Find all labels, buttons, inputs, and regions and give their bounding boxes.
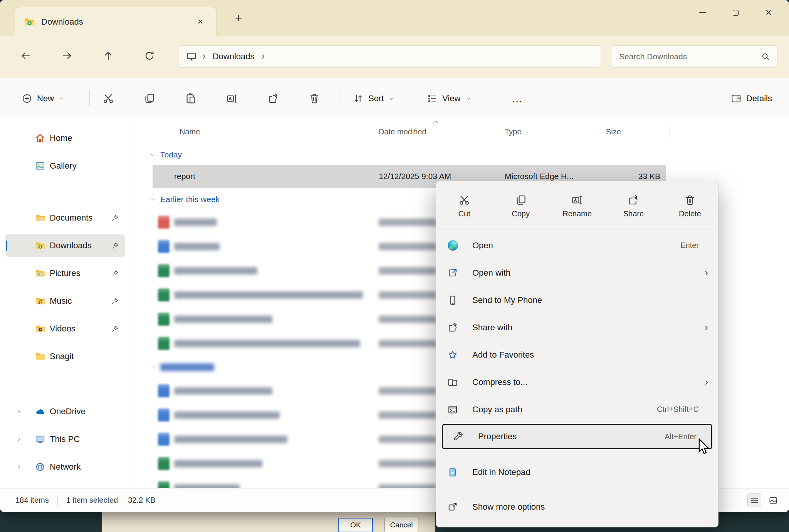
sidebar-item-pictures[interactable]: Pictures [5,262,125,284]
details-view-toggle[interactable] [747,494,761,507]
copy-path-icon [446,404,459,415]
tab-downloads[interactable]: Downloads ✕ [15,7,217,36]
sidebar-item-onedrive[interactable]: OneDrive [5,400,125,423]
menu-item-add-to-favorites[interactable]: Add to Favorites [436,341,718,368]
sidebar-item-gallery[interactable]: Gallery [5,155,125,177]
up-button[interactable] [98,45,119,66]
blurred-file-name [174,316,272,323]
close-button[interactable]: ✕ [752,0,785,25]
sidebar-item-this-pc[interactable]: This PC [5,428,125,450]
sidebar-item-downloads[interactable]: Downloads [5,234,125,257]
mouse-cursor [698,438,710,456]
home-icon [34,133,46,144]
expand-chevron-icon[interactable] [13,464,25,470]
menu-item-share-with[interactable]: Share with › [436,314,718,341]
blurred-file-date [379,387,436,395]
copy-button[interactable] [140,89,159,108]
collapse-chevron-icon[interactable] [150,197,156,202]
blurred-file-name [174,340,360,347]
menu-item-edit-in-notepad[interactable]: Edit in Notepad [436,458,718,486]
expand-chevron-icon[interactable] [13,408,25,415]
menu-item-open[interactable]: Open Enter [436,232,718,259]
close-icon: ✕ [765,8,772,17]
sidebar-item-network[interactable]: Network [5,456,125,478]
music-folder-icon [34,296,46,306]
new-button[interactable]: New [15,86,71,111]
refresh-button[interactable] [139,45,160,66]
sort-button[interactable]: Sort [347,86,400,111]
maximize-button[interactable] [719,0,752,25]
group-header-today[interactable]: Today [131,146,789,164]
more-options-button[interactable]: … [507,86,527,111]
toolbar-separator [89,90,90,107]
sidebar-item-snagit[interactable]: Snagit [5,345,125,368]
edge-icon [446,240,459,251]
trash-icon [684,194,696,206]
list-view-icon [749,495,759,505]
breadcrumb-chevron-icon[interactable]: › [262,51,265,61]
details-button[interactable]: Details [731,86,772,111]
chevron-down-icon [59,95,65,102]
file-icon [158,264,170,277]
file-icon [158,240,170,253]
collapse-chevron-icon[interactable] [150,152,156,158]
wrench-icon [452,431,465,442]
notepad-icon [446,467,459,478]
sidebar-item-music[interactable]: Music [5,290,125,312]
back-button[interactable] [15,45,36,66]
screen: OK Cancel Downloads ✕ + ✕ [0,0,789,532]
minimize-button[interactable] [686,0,719,25]
blurred-file-date [379,291,436,299]
column-header-name[interactable]: Name [180,122,200,141]
ok-button[interactable]: OK [338,518,373,532]
sidebar-item-documents[interactable]: Documents [5,207,125,229]
rename-quick-action[interactable]: Rename [549,192,605,218]
menu-item-properties[interactable]: Properties Alt+Enter [442,424,712,449]
submenu-chevron-icon: › [705,322,708,332]
menu-item-open-with[interactable]: Open with › [436,259,718,286]
delete-quick-action[interactable]: Delete [662,192,718,218]
blurred-file-name [174,484,240,488]
search-input[interactable] [619,52,756,61]
column-header-size[interactable]: Size [606,122,621,141]
this-pc-icon [34,434,46,445]
breadcrumb-chevron-icon: › [202,51,206,61]
new-tab-button[interactable]: + [230,9,247,27]
menu-item-compress-to[interactable]: Compress to... › [436,368,718,396]
share-quick-action[interactable]: Share [605,192,661,218]
cancel-button[interactable]: Cancel [384,518,418,532]
breadcrumb-location[interactable]: Downloads [213,52,255,62]
search-icon [761,52,770,61]
collapse-chevron-icon[interactable] [150,365,156,370]
rename-button[interactable] [223,89,241,108]
cut-quick-action[interactable]: Cut [436,192,492,218]
expand-chevron-icon[interactable] [13,436,25,442]
thumbnail-view-toggle[interactable] [767,494,780,507]
delete-button[interactable] [305,89,324,108]
plus-circle-icon [22,93,32,104]
address-bar[interactable]: › Downloads › [179,45,601,68]
tab-title: Downloads [41,17,83,27]
copy-quick-action[interactable]: Copy [492,192,549,218]
menu-item-copy-as-path[interactable]: Copy as path Ctrl+Shift+C [436,396,718,423]
column-divider[interactable] [500,126,500,137]
tab-close-icon[interactable]: ✕ [193,15,208,29]
column-header-date-modified[interactable]: Date modified [379,122,426,141]
column-divider[interactable] [374,126,374,137]
view-button[interactable]: View [421,86,477,111]
forward-button[interactable] [57,45,77,66]
menu-item-show-more-options[interactable]: Show more options [436,492,718,521]
paste-button[interactable] [181,89,200,108]
cut-button[interactable] [99,89,118,108]
column-divider[interactable] [669,126,670,137]
gallery-icon [34,161,46,171]
share-button[interactable] [264,89,282,108]
sidebar-item-home[interactable]: Home [5,127,125,149]
search-box[interactable] [612,45,777,68]
column-header-type[interactable]: Type [505,122,521,141]
column-divider[interactable] [599,126,599,137]
videos-folder-icon [34,323,46,334]
menu-item-send-to-my-phone[interactable]: Send to My Phone [436,286,718,314]
sidebar-item-videos[interactable]: Videos [5,318,125,340]
pin-icon [111,297,119,305]
